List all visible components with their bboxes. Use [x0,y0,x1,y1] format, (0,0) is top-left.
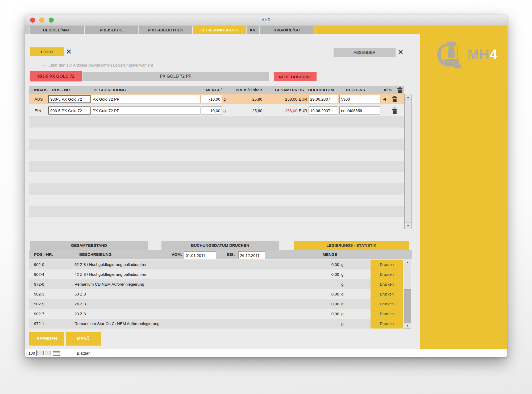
scroll-up-icon[interactable]: ▲ [404,259,411,265]
einheit-label: g [339,282,347,286]
beschreibung-input[interactable] [91,95,200,103]
menge-value: 0,00 [234,262,339,267]
neue-buchung-button[interactable]: NEUE BUCHUNG [274,72,317,81]
richtung-label: EIN [29,108,48,113]
tab-bar: BEB/BEL/MAT. PREISLISTE PRO.-BIBLIOTHEK … [25,26,507,34]
scroll-thumb[interactable] [404,265,411,290]
vom-date-input[interactable] [184,251,216,259]
scroll-down-icon[interactable]: ▼ [405,223,412,229]
blaettern-button[interactable]: Blättern [63,351,104,355]
drucken-button[interactable]: Drucken [371,269,403,279]
absender-button[interactable]: ABSENDER [334,48,396,57]
menge-input[interactable] [201,95,222,103]
beschreibung: 62 Z 8 / Hochgoldlegierung palladiumfrei [74,262,234,267]
rech-nr-input[interactable] [339,95,380,103]
col-ein-aus: EIN/AUS [29,88,52,92]
drucken-button[interactable]: Drucken [371,299,403,309]
rech-nr-input[interactable] [339,106,380,114]
delete-all-trash-icon[interactable] [395,87,404,93]
einheit-label: g [339,311,347,316]
tab-legierungsbuch[interactable]: LEGIERUNGSBUCH [193,26,246,34]
buchdatum-input[interactable] [309,106,338,114]
delete-row-trash-icon[interactable] [390,108,399,114]
beschreibung: 24 Z 8 [74,302,234,306]
preis-value: 25,80 [228,97,262,101]
tab-beb-bel-mat[interactable]: BEB/BEL/MAT. [30,26,84,34]
bis-date-input[interactable] [238,251,265,259]
beenden-button[interactable]: BEENDEN [29,332,64,346]
pos-nr: 972-1 [29,321,74,326]
absender-close-icon[interactable]: ✕ [398,48,404,57]
drucken-button[interactable]: Drucken [371,309,403,319]
col-pos-nr: POS.- NR. [34,252,53,257]
alloy-title-bar: PX GOLD 72 PF [82,72,269,81]
vom-label: VOM: [172,252,182,257]
pos-nr-field[interactable]: 903-5 PX Gold 72 [48,106,90,114]
beschreibung: Remanium CD NEM Aufbrennlegierung [74,282,234,286]
logo-close-icon[interactable]: ✕ [66,47,72,56]
tab-kv-au-re-gu[interactable]: KV/AU/RE/GU [260,26,314,34]
main-content: MH4 LOGO ✕ ABSENDER ✕ ...hier den zur An… [25,34,507,349]
waehrung-label: EUR [297,97,308,101]
pos-nr-field[interactable]: 903-5 PX Gold 72 [48,95,90,103]
gesamtbestand-header: GESAMTBESTAND [30,241,148,250]
scroll-up-icon[interactable]: ▲ [405,94,412,100]
drucken-button[interactable]: Drucken [371,319,403,329]
tab-kv[interactable]: KV [247,26,259,34]
bookings-scrollbar[interactable]: ▲ ▼ [404,94,412,229]
hint-connector-line [42,65,45,72]
statistik-row: 902-9 24 Z 8 0,00 g [29,299,371,309]
zoom-out-icon[interactable]: − [38,351,44,355]
col-buchdatum: BUCHDATUM [308,88,339,92]
statistik-rows: 902-0 62 Z 8 / Hochgoldlegierung palladi… [29,260,371,329]
menge-value: 0,00 [234,311,339,316]
gesamtpreis-value: 258,00 [262,97,297,101]
menue-button[interactable]: MENÜ [66,332,101,346]
statistik-header-row: POS.- NR. BESCHREIBUNG VOM: BIS: MENGE [29,250,412,259]
drucken-button[interactable]: Drucken [371,279,403,289]
menge-value: 0,00 [234,292,339,296]
pos-nr: 902-4 [29,272,74,277]
bis-label: BIS: [227,252,235,257]
scroll-thumb[interactable] [405,100,412,223]
drucken-button[interactable]: Drucken [371,260,403,269]
brand-wordmark: MH4 [468,40,498,69]
beschreibung: Remannium Star Co Cr NEM Aufbrennlegieru… [74,321,234,326]
articulator-logo-icon [433,40,468,73]
title-bar: BEX [25,15,507,26]
buchdatum-input[interactable] [309,95,338,103]
statistik-row: 902-4 42 Z 8 / Hochgoldlegierung palladi… [29,269,371,279]
zoom-in-icon[interactable]: + [45,351,51,355]
window-layout-icon[interactable] [53,351,60,356]
logo-button[interactable]: LOGO [30,47,64,56]
brand-panel: MH4 [420,34,507,349]
delete-row-trash-icon[interactable] [390,96,399,102]
beschreibung-input[interactable] [91,106,200,114]
pos-nr: 972-0 [29,282,74,286]
menge-value: 0,00 [234,272,339,277]
beschreibung: 42 Z 8 / Hochgoldlegierung palladiumfrei [74,272,234,277]
legierungs-statistik-header: LEGIERUNGS - STATISTIK [294,241,409,250]
drucken-button[interactable]: Drucken [371,289,403,299]
scroll-down-icon[interactable]: ▼ [404,323,411,329]
col-beschreibung: BESCHREIBUNG [90,88,200,92]
preis-value: 25,80 [228,108,262,113]
pos-nr: 902-0 [29,262,74,267]
app-window: BEX BEB/BEL/MAT. PREISLISTE PRO.-BIBLIOT… [25,15,507,357]
scroll-track[interactable] [404,290,411,323]
statistik-scrollbar[interactable]: ▲ ▼ [404,259,411,329]
booking-row-ein[interactable]: EIN 903-5 PX Gold 72 g 25,80 -258,00 EUR [29,105,404,116]
pos-nr: 902-9 [29,302,74,306]
alloy-type-button[interactable]: 903-5 PX GOLD 72 [30,71,82,81]
booking-row-aus[interactable]: AUS 903-5 PX Gold 72 g 25,80 258,00 EUR … [29,94,404,104]
einheit-label: g [339,302,347,306]
zoom-value: 100 [27,350,37,356]
menge-input[interactable] [201,106,222,114]
tab-preisliste[interactable]: PREISLISTE [85,26,138,34]
beschreibung: 63 Z 8 [74,292,234,296]
selected-row-marker-icon: ◀ [380,97,388,101]
col-gesamtpreis: GESAMTPREIS [262,88,308,92]
col-pos-nr: POS.- NR. [52,88,90,92]
tab-pro-bibliothek[interactable]: PRO.-BIBLIOTHEK [139,26,192,34]
col-rech-nr: RECH.-NR. [338,88,380,92]
